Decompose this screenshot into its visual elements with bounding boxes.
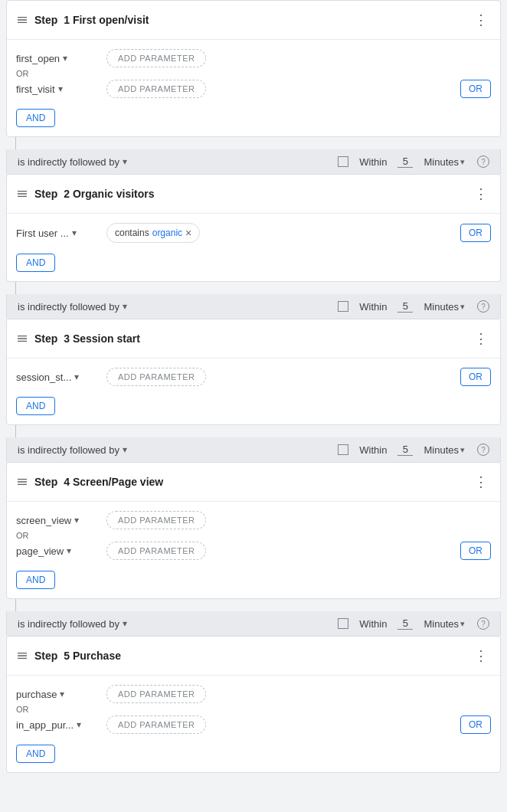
- vertical-line-2: [15, 282, 16, 294]
- event-row-first-visit: first_visit ▾ ADD PARAMETER OR: [16, 80, 491, 98]
- or-btn-step1[interactable]: OR: [460, 80, 491, 98]
- unit-arrow-4: ▾: [460, 619, 465, 629]
- step-5-title: Step 5 Purchase: [34, 650, 471, 662]
- event-dropdown-screen-view[interactable]: ▾: [74, 515, 79, 526]
- connector-arrow-4: ▾: [123, 618, 127, 629]
- vertical-line-4: [15, 599, 16, 611]
- connector-arrow-3: ▾: [123, 444, 127, 455]
- add-param-btn-session[interactable]: ADD PARAMETER: [106, 368, 206, 386]
- connector-arrow-2: ▾: [123, 301, 127, 312]
- within-label-1: Within: [359, 156, 387, 168]
- chip-close[interactable]: ×: [185, 227, 191, 239]
- within-checkbox-4[interactable]: [338, 618, 348, 629]
- event-row-purchase: purchase ▾ ADD PARAMETER: [16, 685, 491, 703]
- step-5-header: Step 5 Purchase ⋮: [7, 637, 500, 676]
- drag-icon-4: [16, 476, 28, 488]
- step-1-more-icon[interactable]: ⋮: [471, 8, 491, 31]
- step-3-header: Step 3 Session start ⋮: [7, 319, 500, 359]
- event-name-purchase: purchase ▾: [16, 689, 100, 700]
- add-param-btn-page-view[interactable]: ADD PARAMETER: [106, 542, 206, 560]
- or-btn-step3[interactable]: OR: [460, 368, 491, 386]
- event-dropdown-purchase[interactable]: ▾: [60, 689, 64, 699]
- connector-text-4[interactable]: is indirectly followed by ▾: [18, 618, 127, 630]
- or-separator-1: OR: [16, 69, 100, 78]
- help-icon-2[interactable]: ?: [477, 300, 489, 313]
- event-dropdown-page-view[interactable]: ▾: [67, 545, 71, 556]
- event-row-in-app: in_app_pur... ▾ ADD PARAMETER OR: [16, 715, 491, 734]
- step-4-block: Step 4 Screen/Page view ⋮ screen_view ▾ …: [6, 462, 501, 599]
- within-label-4: Within: [359, 618, 387, 630]
- within-value-2: 5: [397, 300, 413, 313]
- step-3-title: Step 3 Session start: [34, 332, 471, 345]
- event-name-first-visit: first_visit ▾: [16, 83, 100, 95]
- step-5-more-icon[interactable]: ⋮: [471, 644, 491, 667]
- event-dropdown-first-visit[interactable]: ▾: [58, 83, 63, 94]
- within-unit-3[interactable]: Minutes ▾: [424, 444, 465, 456]
- help-icon-4[interactable]: ?: [477, 617, 489, 630]
- and-btn-step3[interactable]: AND: [16, 397, 55, 415]
- event-row-first-user: First user ... ▾ contains organic × OR: [16, 223, 491, 243]
- and-btn-step4[interactable]: AND: [16, 571, 55, 589]
- step-2-block: Step 2 Organic visitors ⋮ First user ...…: [6, 174, 501, 282]
- and-btn-step1[interactable]: AND: [16, 109, 55, 127]
- and-btn-step2[interactable]: AND: [16, 254, 55, 272]
- or-btn-step2[interactable]: OR: [460, 224, 491, 242]
- connector-text-1[interactable]: is indirectly followed by ▾: [18, 156, 127, 168]
- event-row-page-view: page_view ▾ ADD PARAMETER OR: [16, 542, 491, 560]
- step-4-header: Step 4 Screen/Page view ⋮: [7, 463, 500, 502]
- within-checkbox-1[interactable]: [338, 156, 348, 167]
- within-label-2: Within: [359, 301, 387, 313]
- event-name-in-app: in_app_pur... ▾: [16, 719, 100, 731]
- event-dropdown-session[interactable]: ▾: [74, 372, 79, 382]
- drag-icon-2: [16, 188, 28, 200]
- event-name-page-view: page_view ▾: [16, 545, 100, 557]
- step-4-more-icon[interactable]: ⋮: [471, 470, 491, 493]
- event-row-screen-view: screen_view ▾ ADD PARAMETER: [16, 511, 491, 529]
- event-row-first-open: first_open ▾ ADD PARAMETER: [16, 49, 491, 67]
- add-param-btn-screen-view[interactable]: ADD PARAMETER: [106, 511, 206, 529]
- within-unit-2[interactable]: Minutes ▾: [424, 301, 465, 313]
- connector-4: is indirectly followed by ▾ Within 5 Min…: [6, 611, 501, 636]
- help-icon-3[interactable]: ?: [477, 444, 489, 456]
- step-1-body: first_open ▾ ADD PARAMETER OR first_visi…: [7, 40, 500, 136]
- within-value-3: 5: [397, 444, 413, 456]
- event-dropdown-first-user[interactable]: ▾: [72, 228, 77, 238]
- within-unit-4[interactable]: Minutes ▾: [424, 618, 465, 630]
- add-param-btn-first-open[interactable]: ADD PARAMETER: [106, 49, 206, 67]
- or-btn-step4[interactable]: OR: [460, 542, 491, 560]
- within-checkbox-2[interactable]: [338, 301, 348, 312]
- add-param-btn-purchase[interactable]: ADD PARAMETER: [106, 685, 206, 703]
- or-btn-step5[interactable]: OR: [460, 715, 491, 734]
- event-name-session: session_st... ▾: [16, 372, 100, 383]
- unit-arrow-3: ▾: [460, 445, 465, 455]
- step-1-title: Step 1 First open/visit: [34, 14, 471, 26]
- connector-text-2[interactable]: is indirectly followed by ▾: [18, 301, 127, 313]
- event-row-session: session_st... ▾ ADD PARAMETER OR: [16, 368, 491, 386]
- step-2-more-icon[interactable]: ⋮: [471, 182, 491, 205]
- connector-2: is indirectly followed by ▾ Within 5 Min…: [6, 294, 501, 319]
- step-4-title: Step 4 Screen/Page view: [34, 476, 471, 488]
- or-separator-5: OR: [16, 705, 100, 714]
- contains-chip: contains organic ×: [106, 223, 200, 243]
- event-dropdown-in-app[interactable]: ▾: [77, 719, 81, 730]
- connector-text-3[interactable]: is indirectly followed by ▾: [18, 444, 127, 456]
- step-3-more-icon[interactable]: ⋮: [471, 327, 491, 350]
- within-checkbox-3[interactable]: [338, 444, 348, 455]
- step-1-header: Step 1 First open/visit ⋮: [7, 1, 500, 40]
- and-btn-step5[interactable]: AND: [16, 745, 55, 763]
- event-name-first-user: First user ... ▾: [16, 228, 100, 239]
- step-1-block: Step 1 First open/visit ⋮ first_open ▾ A…: [6, 0, 501, 137]
- connector-arrow-1: ▾: [123, 156, 127, 167]
- add-param-btn-first-visit[interactable]: ADD PARAMETER: [106, 80, 206, 98]
- vertical-line-3: [15, 425, 16, 437]
- step-4-body: screen_view ▾ ADD PARAMETER OR page_view…: [7, 502, 500, 598]
- within-value-1: 5: [397, 156, 413, 168]
- within-value-4: 5: [397, 617, 413, 630]
- event-name-first-open: first_open ▾: [16, 53, 100, 64]
- event-dropdown-first-open[interactable]: ▾: [63, 53, 67, 64]
- help-icon-1[interactable]: ?: [477, 156, 489, 168]
- within-unit-1[interactable]: Minutes ▾: [424, 156, 465, 168]
- unit-arrow-2: ▾: [460, 302, 465, 312]
- step-2-header: Step 2 Organic visitors ⋮: [7, 175, 500, 214]
- add-param-btn-in-app[interactable]: ADD PARAMETER: [106, 715, 206, 734]
